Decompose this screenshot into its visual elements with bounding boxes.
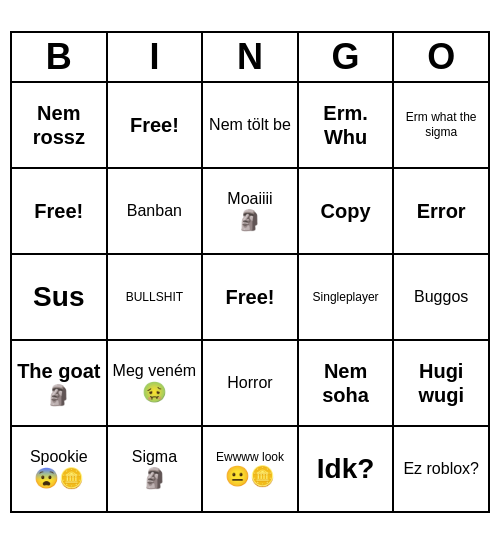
- cell-text: Meg veném: [113, 361, 197, 380]
- bingo-cell: Nem rossz: [12, 83, 108, 169]
- bingo-cell: Singleplayer: [299, 255, 395, 341]
- cell-text: Nem soha: [303, 359, 389, 407]
- bingo-cell: Error: [394, 169, 490, 255]
- header-letter: G: [299, 33, 395, 83]
- cell-text: Singleplayer: [313, 290, 379, 304]
- cell-text: Error: [417, 199, 466, 223]
- bingo-cell: Buggos: [394, 255, 490, 341]
- cell-emoji: 🗿: [237, 208, 262, 232]
- cell-text: Banban: [127, 201, 182, 220]
- bingo-cell: Free!: [12, 169, 108, 255]
- bingo-cell: Horror: [203, 341, 299, 427]
- cell-text: The goat: [17, 359, 100, 383]
- bingo-cell: Idk?: [299, 427, 395, 513]
- cell-text: Copy: [321, 199, 371, 223]
- bingo-cell: BULLSHIT: [108, 255, 204, 341]
- bingo-cell: Free!: [108, 83, 204, 169]
- header-letter: B: [12, 33, 108, 83]
- cell-text: Erm. Whu: [303, 101, 389, 149]
- cell-text: Free!: [130, 113, 179, 137]
- header-letter: N: [203, 33, 299, 83]
- cell-text: Idk?: [317, 452, 375, 486]
- bingo-cell: Nem tölt be: [203, 83, 299, 169]
- cell-emoji: 😨🪙: [34, 466, 84, 490]
- cell-text: Moaiiii: [227, 189, 272, 208]
- cell-text: Ez roblox?: [403, 459, 479, 478]
- bingo-cell: Free!: [203, 255, 299, 341]
- bingo-cell: Ez roblox?: [394, 427, 490, 513]
- cell-text: Erm what the sigma: [398, 110, 484, 139]
- cell-text: Free!: [226, 285, 275, 309]
- cell-emoji: 🗿: [142, 466, 167, 490]
- bingo-cell: Sigma🗿: [108, 427, 204, 513]
- cell-text: Spookie: [30, 447, 88, 466]
- cell-text: Sigma: [132, 447, 177, 466]
- bingo-cell: Erm what the sigma: [394, 83, 490, 169]
- bingo-cell: Sus: [12, 255, 108, 341]
- cell-text: Free!: [34, 199, 83, 223]
- cell-text: Nem rossz: [16, 101, 102, 149]
- bingo-cell: The goat🗿: [12, 341, 108, 427]
- cell-emoji: 🗿: [46, 383, 71, 407]
- header-letter: O: [394, 33, 490, 83]
- cell-text: Buggos: [414, 287, 468, 306]
- cell-emoji: 🤢: [142, 380, 167, 404]
- cell-text: Horror: [227, 373, 272, 392]
- bingo-cell: Spookie😨🪙: [12, 427, 108, 513]
- cell-text: Ewwww look: [216, 450, 284, 464]
- bingo-cell: Nem soha: [299, 341, 395, 427]
- cell-text: Sus: [33, 280, 84, 314]
- bingo-cell: Hugi wugi: [394, 341, 490, 427]
- bingo-cell: Erm. Whu: [299, 83, 395, 169]
- bingo-grid: Nem rosszFree!Nem tölt beErm. WhuErm wha…: [10, 83, 490, 513]
- bingo-cell: Copy: [299, 169, 395, 255]
- bingo-cell: Meg veném🤢: [108, 341, 204, 427]
- bingo-header: BINGO: [10, 31, 490, 83]
- cell-text: Nem tölt be: [209, 115, 291, 134]
- bingo-board: BINGO Nem rosszFree!Nem tölt beErm. WhuE…: [10, 31, 490, 513]
- header-letter: I: [108, 33, 204, 83]
- bingo-cell: Moaiiii🗿: [203, 169, 299, 255]
- bingo-cell: Banban: [108, 169, 204, 255]
- cell-emoji: 😐🪙: [225, 464, 275, 488]
- cell-text: BULLSHIT: [126, 290, 183, 304]
- bingo-cell: Ewwww look😐🪙: [203, 427, 299, 513]
- cell-text: Hugi wugi: [398, 359, 484, 407]
